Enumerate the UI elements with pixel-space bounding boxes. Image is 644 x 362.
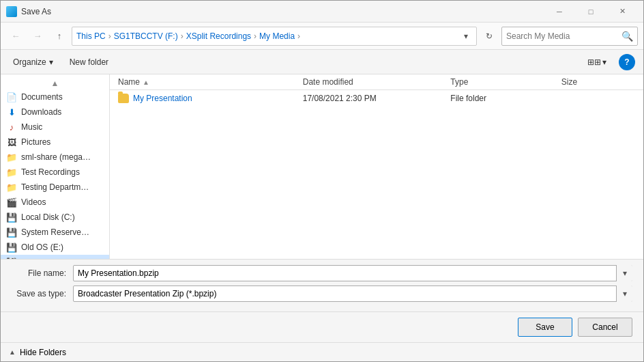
sml-share-icon: 📁 [6, 152, 17, 163]
savetype-row: Save as type: ▾ [12, 286, 632, 302]
sidebar-label-testing-dept: Testing Departm… [21, 182, 89, 192]
column-date-header[interactable]: Date modified [303, 77, 451, 87]
savetype-input [73, 286, 632, 302]
title-bar: Save As ─ □ ✕ [1, 1, 643, 23]
cancel-label: Cancel [592, 322, 617, 332]
breadcrumb-my-media[interactable]: My Media [259, 31, 295, 41]
sidebar-item-pictures[interactable]: 🖼 Pictures [1, 135, 109, 150]
organize-label: Organize [13, 57, 46, 67]
view-button[interactable]: ⊞⊞ ▾ [583, 55, 611, 70]
toolbar: Organize ▾ New folder ⊞⊞ ▾ ? [1, 50, 643, 74]
file-type-cell: File folder [450, 94, 561, 103]
sidebar-item-videos[interactable]: 🎬 Videos [1, 195, 109, 210]
back-button[interactable]: ← [6, 27, 25, 46]
sidebar-label-old-os: Old OS (E:) [21, 242, 63, 252]
save-label: Save [536, 322, 554, 332]
filename-label: File name: [12, 268, 73, 278]
sort-icon: ▲ [143, 79, 149, 86]
sidebar-item-documents[interactable]: 📄 Documents [1, 89, 109, 105]
savetype-container: ▾ [73, 286, 632, 302]
cancel-button[interactable]: Cancel [578, 318, 632, 337]
documents-icon: 📄 [6, 92, 17, 102]
column-type-header[interactable]: Type [450, 77, 561, 87]
table-row[interactable]: My Presentation 17/08/2021 2:30 PM File … [110, 90, 643, 107]
file-date-cell: 17/08/2021 2:30 PM [303, 94, 451, 103]
sidebar: ▲ 📄 Documents ⬇ Downloads ♪ Music 🖼 Pict… [1, 74, 110, 259]
column-type-label: Type [450, 77, 468, 87]
hide-folders-bar[interactable]: ▲ Hide Folders [1, 342, 643, 361]
sidebar-label-local-disk: Local Disk (C:) [21, 212, 75, 222]
sidebar-label-documents: Documents [21, 92, 63, 102]
savetype-label: Save as type: [12, 289, 73, 298]
savetype-dropdown-button[interactable]: ▾ [616, 286, 632, 302]
sidebar-label-pictures: Pictures [21, 137, 50, 147]
breadcrumb-dropdown-button[interactable]: ▾ [460, 29, 472, 43]
refresh-button[interactable]: ↻ [480, 27, 499, 46]
file-name-cell: My Presentation [118, 94, 303, 103]
sidebar-item-music[interactable]: ♪ Music [1, 120, 109, 135]
testing-dept-icon: 📁 [6, 182, 17, 193]
sidebar-item-test-recordings[interactable]: 📁 Test Recordings [1, 165, 109, 180]
scroll-up-button[interactable]: ▲ [1, 77, 109, 89]
search-input[interactable] [506, 31, 621, 41]
sidebar-item-testing-dept[interactable]: 📁 Testing Departm… [1, 180, 109, 195]
test-recordings-icon: 📁 [6, 167, 17, 178]
filename-input[interactable] [73, 265, 632, 281]
downloads-icon: ⬇ [6, 107, 17, 117]
up-button[interactable]: ↑ [50, 27, 69, 46]
sidebar-label-sml-share: sml-share (mega… [21, 152, 91, 162]
column-size-label: Size [561, 77, 577, 87]
view-icon: ⊞⊞ [587, 57, 601, 67]
column-name-header[interactable]: Name ▲ [118, 77, 303, 87]
sidebar-item-system-reserve[interactable]: 💾 System Reserve… [1, 225, 109, 240]
pictures-icon: 🖼 [6, 137, 17, 148]
save-as-dialog: Save As ─ □ ✕ ← → ↑ This PC › SG1TBCCTV … [0, 0, 644, 362]
hide-folders-label: Hide Folders [20, 348, 66, 357]
column-date-label: Date modified [303, 77, 353, 87]
view-dropdown-icon: ▾ [602, 57, 606, 67]
minimize-button[interactable]: ─ [544, 1, 575, 23]
breadcrumb[interactable]: This PC › SG1TBCCTV (F:) › XSplit Record… [72, 27, 477, 46]
system-reserve-icon: 💾 [6, 227, 17, 238]
sidebar-label-videos: Videos [21, 197, 46, 207]
local-disk-icon: 💾 [6, 212, 17, 223]
action-bar: Save Cancel [1, 311, 643, 342]
sidebar-label-music: Music [21, 122, 42, 132]
breadcrumb-xsplit[interactable]: XSplit Recordings [186, 31, 251, 41]
maximize-button[interactable]: □ [575, 1, 606, 23]
sidebar-item-old-os[interactable]: 💾 Old OS (E:) [1, 240, 109, 255]
breadcrumb-drive[interactable]: SG1TBCCTV (F:) [114, 31, 178, 41]
old-os-icon: 💾 [6, 242, 17, 253]
music-icon: ♪ [6, 122, 17, 133]
organize-dropdown-icon: ▾ [49, 57, 53, 67]
sidebar-item-downloads[interactable]: ⬇ Downloads [1, 105, 109, 120]
close-button[interactable]: ✕ [606, 1, 638, 23]
sidebar-item-sml-share[interactable]: 📁 sml-share (mega… [1, 150, 109, 165]
file-name-label: My Presentation [133, 94, 192, 103]
sidebar-item-local-disk[interactable]: 💾 Local Disk (C:) [1, 210, 109, 225]
search-icon[interactable]: 🔍 [621, 31, 633, 42]
bottom-bar: File name: ▾ Save as type: ▾ [1, 259, 643, 311]
filename-row: File name: ▾ [12, 265, 632, 281]
hide-folders-chevron: ▲ [9, 348, 16, 356]
breadcrumb-this-pc[interactable]: This PC [76, 31, 106, 41]
help-icon: ? [624, 57, 629, 67]
folder-icon [118, 94, 129, 103]
help-button[interactable]: ? [619, 54, 635, 70]
sidebar-label-system-reserve: System Reserve… [21, 227, 89, 237]
organize-button[interactable]: Organize ▾ [9, 55, 57, 70]
videos-icon: 🎬 [6, 197, 17, 208]
column-size-header[interactable]: Size [561, 77, 635, 87]
save-button[interactable]: Save [518, 318, 572, 337]
file-list-header: Name ▲ Date modified Type Size [110, 74, 643, 90]
column-name-label: Name [118, 77, 140, 87]
address-bar: ← → ↑ This PC › SG1TBCCTV (F:) › XSplit … [1, 23, 643, 50]
dialog-title: Save As [21, 7, 544, 16]
filename-dropdown-button[interactable]: ▾ [616, 265, 632, 281]
forward-button[interactable]: → [28, 27, 47, 46]
sidebar-label-test-recordings: Test Recordings [21, 167, 80, 177]
filename-container: ▾ [73, 265, 632, 281]
file-list: Name ▲ Date modified Type Size My Presen… [110, 74, 643, 259]
app-icon [6, 6, 17, 17]
new-folder-button[interactable]: New folder [65, 55, 113, 70]
